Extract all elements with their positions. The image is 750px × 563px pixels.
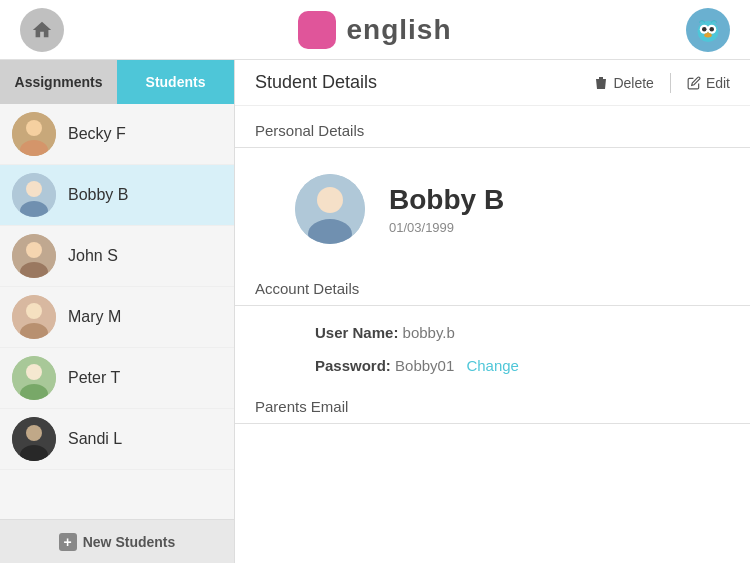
content-actions: Delete Edit xyxy=(594,73,730,93)
new-students-button[interactable]: + New Students xyxy=(0,519,234,563)
edit-icon xyxy=(687,76,701,90)
header-center: english xyxy=(298,11,451,49)
student-name-peter-t: Peter T xyxy=(68,369,120,387)
app-title: english xyxy=(346,14,451,46)
svg-point-20 xyxy=(26,364,42,380)
username-value: bobby.b xyxy=(403,324,455,341)
avatar-mary-m xyxy=(12,295,56,339)
svg-point-11 xyxy=(26,181,42,197)
svg-point-17 xyxy=(26,303,42,319)
avatar-sandi-l xyxy=(12,417,56,461)
svg-point-4 xyxy=(709,27,714,32)
username-label: User Name: xyxy=(315,324,398,341)
student-name-mary-m: Mary M xyxy=(68,308,121,326)
sidebar: Assignments Students Becky F xyxy=(0,60,235,563)
detail-avatar xyxy=(295,174,365,244)
personal-details: Bobby B 01/03/1999 xyxy=(235,158,750,264)
student-name-sandi-l: Sandi L xyxy=(68,430,122,448)
svg-point-26 xyxy=(317,187,343,213)
tab-assignments[interactable]: Assignments xyxy=(0,60,117,104)
parents-email-section: Parents Email xyxy=(235,382,750,424)
personal-details-label: Personal Details xyxy=(235,106,750,147)
delete-button[interactable]: Delete xyxy=(594,75,653,91)
svg-point-23 xyxy=(26,425,42,441)
student-name-john-s: John S xyxy=(68,247,118,265)
plus-icon: + xyxy=(59,533,77,551)
trash-icon xyxy=(594,75,608,91)
student-item-becky-f[interactable]: Becky F xyxy=(0,104,234,165)
action-divider xyxy=(670,73,671,93)
account-details-label: Account Details xyxy=(235,264,750,305)
content-area: Student Details Delete Edit xyxy=(235,60,750,563)
avatar-becky-f xyxy=(12,112,56,156)
home-button[interactable] xyxy=(20,8,64,52)
personal-details-divider xyxy=(235,147,750,148)
edit-button[interactable]: Edit xyxy=(687,75,730,91)
sidebar-tabs: Assignments Students xyxy=(0,60,234,104)
student-item-peter-t[interactable]: Peter T xyxy=(0,348,234,409)
student-item-sandi-l[interactable]: Sandi L xyxy=(0,409,234,470)
detail-dob: 01/03/1999 xyxy=(389,220,504,235)
detail-name: Bobby B xyxy=(389,184,504,216)
content-header: Student Details Delete Edit xyxy=(235,60,750,106)
password-label: Password: xyxy=(315,357,391,374)
svg-point-8 xyxy=(26,120,42,136)
svg-point-14 xyxy=(26,242,42,258)
header: english xyxy=(0,0,750,60)
parents-email-label: Parents Email xyxy=(235,382,750,423)
svg-point-3 xyxy=(702,27,707,32)
account-details-divider xyxy=(235,305,750,306)
password-value: Bobby01 xyxy=(395,357,454,374)
avatar-peter-t xyxy=(12,356,56,400)
student-item-john-s[interactable]: John S xyxy=(0,226,234,287)
student-name-bobby-b: Bobby B xyxy=(68,186,128,204)
owl-avatar[interactable] xyxy=(686,8,730,52)
change-password-link[interactable]: Change xyxy=(466,357,519,374)
student-list: Becky F Bobby B xyxy=(0,104,234,519)
student-name-becky-f: Becky F xyxy=(68,125,126,143)
main-layout: Assignments Students Becky F xyxy=(0,60,750,563)
username-row: User Name: bobby.b xyxy=(235,316,750,349)
detail-info: Bobby B 01/03/1999 xyxy=(389,184,504,235)
content-title: Student Details xyxy=(255,72,377,93)
app-logo xyxy=(298,11,336,49)
new-students-label: New Students xyxy=(83,534,176,550)
avatar-bobby-b xyxy=(12,173,56,217)
tab-students[interactable]: Students xyxy=(117,60,234,104)
student-item-bobby-b[interactable]: Bobby B xyxy=(0,165,234,226)
password-row: Password: Bobby01 Change xyxy=(235,349,750,382)
student-item-mary-m[interactable]: Mary M xyxy=(0,287,234,348)
parents-email-divider xyxy=(235,423,750,424)
avatar-john-s xyxy=(12,234,56,278)
